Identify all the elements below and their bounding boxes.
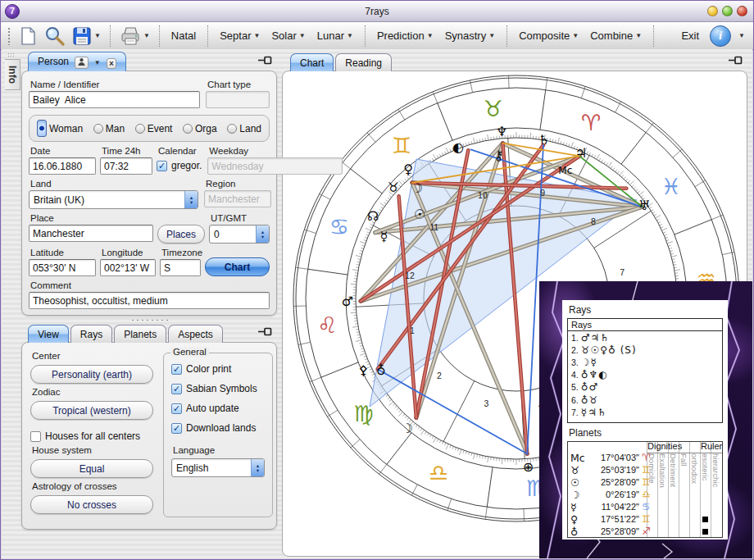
download-lands-checkbox[interactable]: [171, 423, 182, 434]
radio-event[interactable]: Event: [135, 120, 173, 137]
pin-icon[interactable]: [729, 53, 743, 71]
print-menu-caret[interactable]: ▼: [143, 32, 150, 39]
tab-reading[interactable]: Reading: [335, 53, 392, 71]
timezone-input[interactable]: [160, 259, 201, 276]
zoom-button[interactable]: [722, 6, 733, 16]
pin-icon[interactable]: [258, 325, 272, 343]
new-document-button[interactable]: [15, 25, 41, 48]
planet-fortune-glyph: ⊕: [523, 459, 534, 475]
toolbar-button-composite[interactable]: Composite▼: [513, 30, 584, 42]
ray-row: 3.☽☿: [568, 356, 722, 368]
rays-planets-window[interactable]: Rays Rays 1.♂♃♄2.♉☉♀♁ (S)3.☽☿4.♁♆◐5.♁♂6.…: [539, 281, 752, 558]
save-menu-caret[interactable]: ▼: [94, 32, 101, 39]
zodiac-sign-glyph: ♈: [581, 110, 601, 135]
new-document-icon: [18, 26, 38, 46]
title-bar[interactable]: 7 7rays: [1, 1, 753, 22]
center-button[interactable]: Personality (earth): [30, 365, 153, 384]
radio-man[interactable]: Man: [93, 120, 125, 137]
tab-chart[interactable]: Chart: [290, 53, 334, 71]
chart-button[interactable]: Chart: [205, 257, 270, 276]
land-select[interactable]: Britain (UK) ▲▼: [29, 190, 198, 209]
tab-planets[interactable]: Planets: [114, 325, 166, 343]
auto-update-checkbox[interactable]: [171, 403, 182, 414]
toolbar-button-solar[interactable]: Solar▼: [266, 30, 311, 42]
save-icon: [72, 26, 92, 46]
strip-grip[interactable]: [7, 52, 14, 57]
pin-icon[interactable]: [258, 53, 272, 71]
checkbox-label: Auto update: [186, 403, 239, 414]
info-menu-caret[interactable]: ▼: [738, 32, 745, 39]
latitude-input[interactable]: [29, 259, 96, 276]
planet-degree: 25°28'09": [584, 477, 639, 487]
dignity-column-fall: Fall: [679, 453, 688, 466]
radio-orga[interactable]: Orga: [183, 120, 217, 137]
place-input[interactable]: [29, 225, 153, 242]
info-icon[interactable]: i: [710, 25, 731, 47]
utgmt-select[interactable]: 0 ▲▼: [209, 225, 270, 244]
planet-glyph: ☽: [570, 489, 585, 501]
crosses-button[interactable]: No crosses: [30, 495, 153, 514]
latitude-label: Latitude: [30, 248, 94, 257]
splitter-handle[interactable]: [130, 318, 168, 322]
language-select[interactable]: English ▲▼: [171, 458, 265, 477]
radio-dot[interactable]: [183, 124, 193, 134]
timezone-label: Timezone: [161, 248, 199, 257]
person-close-icon[interactable]: ×: [107, 58, 116, 69]
sabian-symbols-checkbox[interactable]: [171, 384, 182, 394]
sidebar-tab-info[interactable]: Info: [5, 59, 20, 90]
tab-view[interactable]: View: [28, 325, 69, 343]
name-input[interactable]: [29, 91, 200, 108]
utgmt-stepper-icon[interactable]: ▲▼: [256, 225, 269, 243]
comment-input[interactable]: [29, 292, 270, 309]
zodiac-button[interactable]: Tropical (western): [30, 401, 153, 420]
toolbar-button-combine[interactable]: Combine▼: [584, 30, 647, 42]
radio-dot[interactable]: [135, 124, 145, 134]
close-button[interactable]: [737, 6, 747, 16]
radio-dot[interactable]: [227, 124, 237, 134]
toolbar-button-synastry[interactable]: Synastry▼: [439, 30, 502, 42]
print-button[interactable]: ▼: [116, 25, 153, 48]
person-menu-caret[interactable]: ▼: [94, 59, 101, 66]
zodiac-sign-glyph: ♌: [317, 312, 337, 338]
tab-rays[interactable]: Rays: [70, 325, 112, 343]
time-input[interactable]: [100, 157, 152, 175]
places-button[interactable]: Places: [157, 225, 205, 244]
toolbar-button-prediction[interactable]: Prediction▼: [371, 30, 439, 42]
radio-dot[interactable]: [37, 120, 47, 137]
gregorian-label: gregor.: [171, 160, 202, 171]
tab-aspects[interactable]: Aspects: [168, 325, 223, 343]
gregorian-checkbox[interactable]: [157, 161, 167, 171]
kind-radio-group: WomanManEventOrgaLand: [29, 115, 270, 142]
person-form: Name / Identifier Chart type WomanManEve…: [21, 71, 277, 316]
house-system-label: House system: [32, 445, 92, 455]
toolbar-button-natal[interactable]: Natal: [166, 30, 202, 42]
longitude-input[interactable]: [100, 259, 156, 276]
minimize-button[interactable]: [707, 6, 718, 16]
planet-sun-glyph: ☉: [414, 207, 425, 222]
radio-dot[interactable]: [93, 124, 103, 134]
language-stepper-icon[interactable]: ▲▼: [251, 459, 264, 476]
chart-type-input[interactable]: [206, 91, 270, 108]
radio-woman[interactable]: Woman: [37, 120, 83, 137]
color-print-checkbox[interactable]: [171, 364, 182, 375]
exit-button[interactable]: Exit: [675, 30, 705, 42]
person-icon[interactable]: [75, 57, 89, 69]
planet-glyph: ♉: [570, 464, 585, 476]
date-input[interactable]: [29, 157, 96, 175]
region-label: Region: [206, 179, 270, 189]
save-button[interactable]: ▼: [69, 25, 104, 48]
search-button[interactable]: [41, 25, 69, 48]
house-system-button[interactable]: Equal: [30, 459, 153, 478]
ray-planets-glyphs: ☿♃♄: [581, 407, 607, 418]
print-icon: [120, 25, 141, 47]
land-stepper-icon[interactable]: ▲▼: [184, 191, 198, 208]
house-number-7: 7: [620, 267, 625, 277]
toolbar-grip[interactable]: [7, 27, 11, 45]
houses-all-centers-checkbox[interactable]: [30, 431, 41, 442]
tab-person[interactable]: Person ▼ ×: [28, 52, 126, 71]
planet-mars-glyph: ♂: [342, 294, 353, 309]
toolbar-button-lunar[interactable]: Lunar▼: [311, 30, 359, 42]
radio-land[interactable]: Land: [227, 120, 261, 137]
toolbar-button-septar[interactable]: Septar▼: [214, 30, 266, 42]
window-controls: [707, 6, 747, 16]
